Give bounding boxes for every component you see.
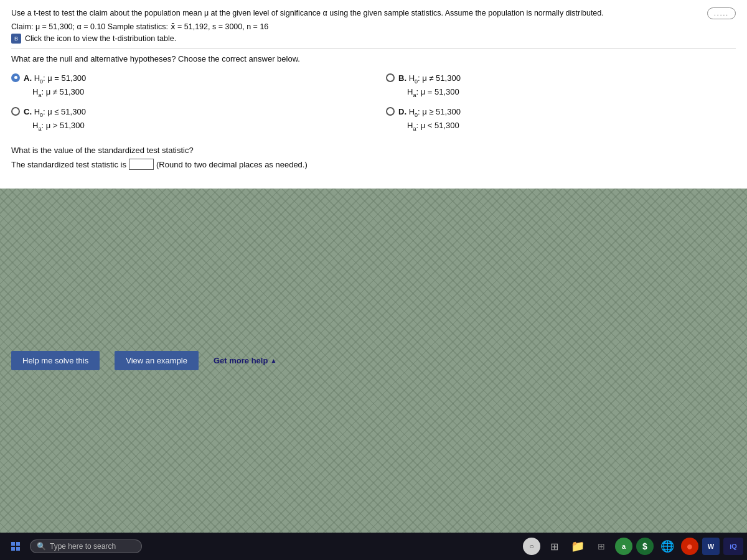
- windows-icon: [11, 542, 20, 551]
- radio-C[interactable]: [11, 107, 20, 116]
- more-help-button[interactable]: Get more help ▲: [214, 356, 276, 365]
- a-icon: a: [622, 543, 626, 550]
- table-link-text[interactable]: Click the icon to view the t-distributio…: [25, 34, 176, 43]
- choice-A-label: A.: [24, 73, 34, 83]
- choice-B[interactable]: B. H0: μ ≠ 51,300 Ha: μ = 51,300: [386, 72, 736, 100]
- search-text: Type here to search: [50, 542, 116, 551]
- question-card: ..... Use a t-test to test the claim abo…: [0, 0, 747, 189]
- red-icon: ●: [687, 540, 693, 553]
- radio-B[interactable]: [386, 73, 395, 82]
- ellipsis-button[interactable]: .....: [707, 7, 736, 19]
- question1-text: What are the null and alternative hypoth…: [11, 54, 736, 63]
- statistic-input-line: The standardized test statistic is (Roun…: [11, 159, 736, 170]
- separator: [11, 49, 736, 49]
- choice-D-text: D. H0: μ ≥ 51,300 Ha: μ < 51,300: [398, 106, 461, 133]
- choice-A-ha: Ha: μ ≠ 51,300: [32, 87, 84, 96]
- file-manager-button[interactable]: 📁: [568, 536, 588, 556]
- browser-icon: 🌐: [660, 539, 674, 553]
- instructions-line1: Use a t-test to test the claim about the…: [11, 7, 736, 19]
- radio-D[interactable]: [386, 107, 395, 116]
- choice-C-h0: H0: μ ≤ 51,300: [34, 107, 86, 116]
- desktop-icon: ⊞: [550, 541, 558, 553]
- help-button[interactable]: Help me solve this: [11, 351, 100, 370]
- more-help-label: Get more help: [214, 356, 268, 365]
- choice-C-label: C.: [24, 107, 34, 116]
- choice-A-h0: H0: μ = 51,300: [34, 73, 87, 83]
- app-grid-button[interactable]: ⊞: [591, 536, 611, 556]
- folder-icon: 📁: [571, 539, 585, 553]
- windows-start-button[interactable]: [4, 534, 27, 558]
- taskbar-search-bar[interactable]: 🔍 Type here to search: [30, 539, 142, 553]
- choice-B-label: B.: [398, 73, 409, 83]
- choice-B-text: B. H0: μ ≠ 51,300 Ha: μ = 51,300: [398, 72, 461, 100]
- grid-icon: ⊞: [598, 541, 605, 551]
- choice-B-ha: Ha: μ = 51,300: [407, 87, 459, 96]
- search-icon: 🔍: [37, 542, 46, 551]
- choice-C-text: C. H0: μ ≤ 51,300 Ha: μ > 51,300: [24, 106, 86, 133]
- choices-grid: A. H0: μ = 51,300 Ha: μ ≠ 51,300 B. H0: …: [11, 72, 736, 133]
- choice-B-h0: H0: μ ≠ 51,300: [409, 73, 461, 83]
- question2-section: What is the value of the standardized te…: [11, 146, 736, 170]
- choice-D-h0: H0: μ ≥ 51,300: [409, 107, 461, 116]
- choice-A-text: A. H0: μ = 51,300 Ha: μ ≠ 51,300: [24, 72, 86, 100]
- bottom-area: Help me solve this View an example Get m…: [0, 189, 747, 533]
- w-button[interactable]: W: [702, 538, 720, 555]
- statistic-input-box[interactable]: [129, 159, 154, 170]
- desktop-button[interactable]: ⊞: [544, 536, 564, 556]
- iq-button[interactable]: iQ: [723, 538, 743, 555]
- choice-C-ha: Ha: μ > 51,300: [32, 121, 85, 130]
- choice-D[interactable]: D. H0: μ ≥ 51,300 Ha: μ < 51,300: [386, 106, 736, 133]
- statistic-input-label: The standardized test statistic is: [11, 160, 126, 169]
- choice-D-label: D.: [398, 107, 409, 116]
- statistic-input-note: (Round to two decimal places as needed.): [156, 160, 308, 169]
- iq-icon: iQ: [730, 543, 737, 550]
- w-icon: W: [708, 543, 714, 550]
- table-link-row: B Click the icon to view the t-distribut…: [11, 34, 736, 44]
- cortana-button[interactable]: ○: [523, 538, 540, 555]
- s-icon: $: [642, 541, 647, 551]
- radio-A[interactable]: [11, 73, 20, 82]
- question2-text: What is the value of the standardized te…: [11, 146, 736, 155]
- a-button[interactable]: a: [615, 538, 632, 555]
- main-area: ..... Use a t-test to test the claim abo…: [0, 0, 747, 533]
- browser-button[interactable]: 🌐: [657, 536, 677, 556]
- claim-line: Claim: μ = 51,300; α = 0.10 Sample stati…: [11, 22, 736, 31]
- choice-D-ha: Ha: μ < 51,300: [407, 121, 459, 130]
- screen: ..... Use a t-test to test the claim abo…: [0, 0, 747, 560]
- taskbar: 🔍 Type here to search ○ ⊞ 📁 ⊞: [0, 533, 747, 560]
- red-circle-button[interactable]: ●: [681, 538, 698, 555]
- arrow-up-icon: ▲: [270, 357, 276, 364]
- choice-A[interactable]: A. H0: μ = 51,300 Ha: μ ≠ 51,300: [11, 72, 361, 100]
- taskbar-icons-group: ○ ⊞ 📁 ⊞ a $ 🌐: [523, 536, 743, 556]
- book-icon[interactable]: B: [11, 34, 21, 44]
- cortana-icon: ○: [529, 542, 533, 551]
- example-button[interactable]: View an example: [115, 351, 199, 370]
- s-button[interactable]: $: [636, 538, 654, 555]
- choice-C[interactable]: C. H0: μ ≤ 51,300 Ha: μ > 51,300: [11, 106, 361, 133]
